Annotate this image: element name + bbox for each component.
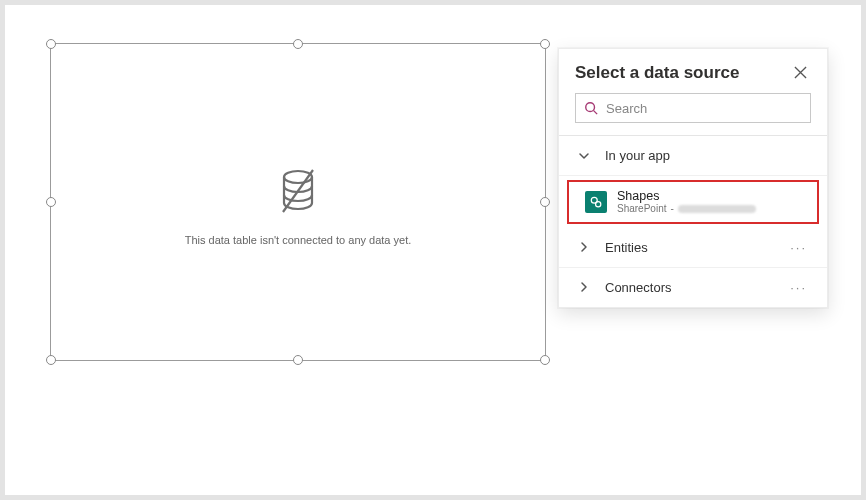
search-input[interactable]: [606, 95, 802, 121]
section-in-your-app[interactable]: In your app: [559, 136, 827, 176]
resize-handle-bl[interactable]: [46, 355, 56, 365]
resize-handle-br[interactable]: [540, 355, 550, 365]
redacted-account: [678, 205, 756, 213]
more-button[interactable]: ···: [788, 240, 809, 255]
section-entities[interactable]: Entities ···: [559, 228, 827, 268]
resize-handle-bc[interactable]: [293, 355, 303, 365]
data-table-control[interactable]: This data table isn't connected to any d…: [50, 43, 546, 361]
sharepoint-icon: [585, 191, 607, 213]
resize-handle-tc[interactable]: [293, 39, 303, 49]
data-source-item-title: Shapes: [617, 189, 756, 203]
resize-handle-tr[interactable]: [540, 39, 550, 49]
section-label: In your app: [605, 148, 670, 163]
data-source-item-provider: SharePoint: [617, 203, 666, 215]
resize-handle-mr[interactable]: [540, 197, 550, 207]
chevron-right-icon: [577, 241, 591, 253]
data-source-item-shapes[interactable]: Shapes SharePoint -: [567, 180, 819, 224]
chevron-down-icon: [577, 150, 591, 162]
close-button[interactable]: [790, 64, 811, 83]
section-label: Entities: [605, 240, 648, 255]
database-disconnected-icon: [276, 168, 320, 220]
data-source-panel: Select a data source In your app: [558, 48, 828, 308]
searchbox[interactable]: [575, 93, 811, 123]
section-label: Connectors: [605, 280, 671, 295]
resize-handle-tl[interactable]: [46, 39, 56, 49]
more-button[interactable]: ···: [788, 280, 809, 295]
panel-title: Select a data source: [575, 63, 739, 83]
chevron-right-icon: [577, 281, 591, 293]
data-table-placeholder-text: This data table isn't connected to any d…: [185, 234, 412, 246]
close-icon: [794, 66, 807, 82]
search-icon: [584, 101, 598, 115]
canvas-area[interactable]: This data table isn't connected to any d…: [18, 18, 838, 482]
section-connectors[interactable]: Connectors ···: [559, 268, 827, 307]
svg-line-3: [594, 111, 598, 115]
dash: -: [670, 203, 673, 215]
svg-point-5: [596, 202, 601, 207]
svg-point-2: [586, 103, 595, 112]
resize-handle-ml[interactable]: [46, 197, 56, 207]
